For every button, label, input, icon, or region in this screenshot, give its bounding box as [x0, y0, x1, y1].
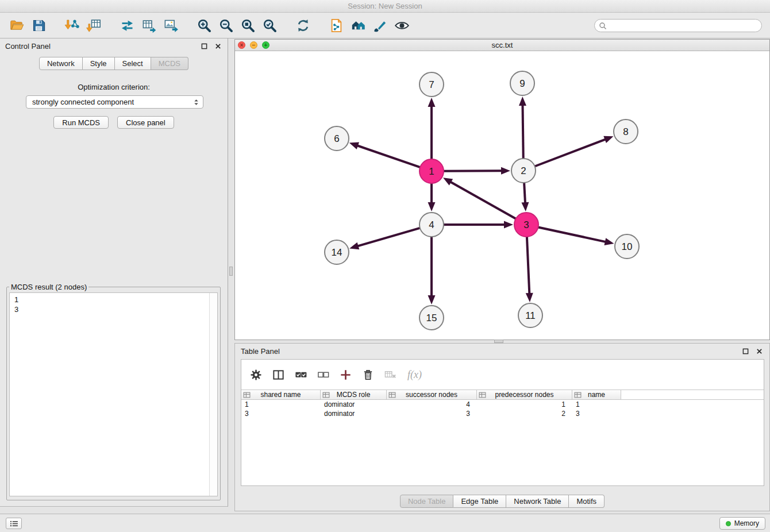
- delete-row-button[interactable]: [360, 367, 376, 383]
- memory-button[interactable]: Memory: [719, 517, 765, 530]
- table-row[interactable]: 3dominator323: [241, 409, 764, 418]
- float-panel-button[interactable]: [199, 41, 209, 51]
- graph-edge-3-10[interactable]: [538, 227, 607, 242]
- column-header-shared-name[interactable]: shared name: [241, 390, 321, 399]
- graph-edge-2-9[interactable]: [522, 104, 523, 159]
- zoom-selected-icon: [262, 18, 278, 33]
- export-network-button[interactable]: [116, 15, 138, 36]
- run-mcds-button[interactable]: Run MCDS: [53, 116, 109, 129]
- graph-node-8[interactable]: 8: [614, 119, 638, 144]
- graph-node-10[interactable]: 10: [615, 234, 639, 259]
- search-field: [594, 19, 762, 32]
- graph-node-4[interactable]: 4: [419, 213, 444, 237]
- table-tab-edge-table[interactable]: Edge Table: [453, 495, 506, 508]
- zoom-fit-icon: [240, 18, 256, 33]
- apply-style-button[interactable]: [369, 15, 391, 36]
- control-tab-style[interactable]: Style: [83, 57, 115, 70]
- graph-edge-3-1[interactable]: [449, 182, 515, 219]
- node-table-header: shared nameMCDS rolesuccessor nodesprede…: [241, 390, 764, 400]
- import-table-button[interactable]: [83, 15, 105, 36]
- close-panel-push-button[interactable]: Close panel: [117, 116, 174, 129]
- column-header-mcds-role[interactable]: MCDS role: [321, 390, 387, 399]
- delete-table-button[interactable]: [383, 367, 398, 383]
- mcds-result-item[interactable]: 3: [10, 304, 217, 314]
- import-network-button[interactable]: [61, 15, 83, 36]
- column-header-label: predecessor nodes: [495, 391, 553, 399]
- graph-edge-1-2[interactable]: [444, 171, 503, 171]
- close-table-panel-button[interactable]: [754, 346, 764, 356]
- zoom-fit-button[interactable]: [237, 15, 259, 36]
- column-header-successor-nodes[interactable]: successor nodes: [387, 390, 477, 399]
- export-image-button[interactable]: [160, 15, 182, 36]
- home-icon: [351, 18, 366, 33]
- control-panel-title: Control Panel: [5, 42, 51, 51]
- add-row-button[interactable]: [338, 367, 353, 383]
- control-tab-select[interactable]: Select: [115, 57, 151, 70]
- column-attribute-icon: [322, 391, 330, 399]
- graph-edge-2-8[interactable]: [535, 139, 607, 167]
- clone-network-button[interactable]: [325, 15, 347, 36]
- checked-boxes-icon: [294, 368, 307, 381]
- vertical-splitter-handle[interactable]: [229, 267, 233, 276]
- application-window: Session: New Session: [0, 0, 770, 532]
- graph-edge-4-14[interactable]: [357, 228, 420, 246]
- close-window-button[interactable]: ×: [238, 41, 245, 49]
- zoom-selected-button[interactable]: [259, 15, 280, 36]
- close-panel-button[interactable]: [213, 41, 222, 51]
- graph-node-label: 9: [519, 78, 525, 89]
- graph-edge-3-11[interactable]: [527, 237, 529, 295]
- home-button[interactable]: [347, 15, 369, 36]
- table-tab-motifs[interactable]: Motifs: [569, 495, 605, 508]
- deselect-all-button[interactable]: [315, 367, 331, 383]
- table-row[interactable]: 1dominator411: [241, 400, 764, 409]
- zoom-out-button[interactable]: [215, 15, 237, 36]
- table-cell-predecessor-nodes: 1: [477, 400, 572, 408]
- table-panel-title: Table Panel: [241, 347, 280, 356]
- graph-node-14[interactable]: 14: [325, 240, 349, 264]
- table-tab-network-table[interactable]: Network Table: [506, 495, 569, 508]
- open-session-button[interactable]: [6, 15, 28, 36]
- control-tab-mcds[interactable]: MCDS: [151, 57, 188, 70]
- maximize-window-button[interactable]: +: [262, 41, 270, 49]
- refresh-button[interactable]: [292, 15, 314, 36]
- table-tab-node-table[interactable]: Node Table: [400, 495, 454, 508]
- import-tool-group: [61, 15, 105, 36]
- graph-edge-arrowhead: [428, 295, 436, 304]
- result-scrollbar[interactable]: [209, 293, 217, 496]
- graph-edge-arrowhead: [428, 202, 436, 211]
- graph-edge-2-3[interactable]: [524, 183, 525, 204]
- gear-icon: [249, 368, 263, 381]
- graph-node-11[interactable]: 11: [518, 303, 542, 327]
- control-tab-network[interactable]: Network: [39, 57, 83, 70]
- mcds-result-item[interactable]: 1: [10, 295, 217, 304]
- graph-node-1[interactable]: 1: [419, 159, 444, 183]
- minimize-window-button[interactable]: −: [250, 41, 257, 49]
- column-header-predecessor-nodes[interactable]: predecessor nodes: [477, 390, 572, 399]
- graph-edge-1-6[interactable]: [356, 145, 420, 167]
- graph-node-15[interactable]: 15: [419, 306, 444, 330]
- panel-menu-button[interactable]: [6, 518, 22, 529]
- graph-node-9[interactable]: 9: [510, 71, 534, 95]
- export-tool-group: [116, 15, 182, 36]
- search-input[interactable]: [594, 19, 762, 32]
- graph-node-6[interactable]: 6: [325, 126, 349, 151]
- save-session-button[interactable]: [28, 15, 49, 36]
- export-table-button[interactable]: [138, 15, 160, 36]
- graph-node-3[interactable]: 3: [514, 213, 538, 237]
- column-header-name[interactable]: name: [572, 390, 621, 399]
- table-cell-mcds-role: dominator: [321, 410, 387, 418]
- zoom-in-button[interactable]: [193, 15, 215, 36]
- mcds-result-list[interactable]: 13: [9, 292, 218, 496]
- graph-node-2[interactable]: 2: [511, 159, 536, 183]
- select-all-button[interactable]: [293, 367, 309, 383]
- network-canvas[interactable]: 7968124314101511: [235, 51, 769, 340]
- criterion-select[interactable]: strongly connected component: [26, 95, 203, 109]
- column-attribute-icon: [479, 391, 486, 399]
- float-table-panel-button[interactable]: [741, 346, 750, 356]
- show-columns-button[interactable]: [271, 367, 286, 383]
- graph-node-7[interactable]: 7: [419, 72, 444, 97]
- function-builder-button[interactable]: f(x): [405, 369, 422, 381]
- save-floppy-icon: [31, 18, 47, 33]
- show-graphics-button[interactable]: [391, 15, 413, 36]
- table-settings-button[interactable]: [248, 367, 264, 383]
